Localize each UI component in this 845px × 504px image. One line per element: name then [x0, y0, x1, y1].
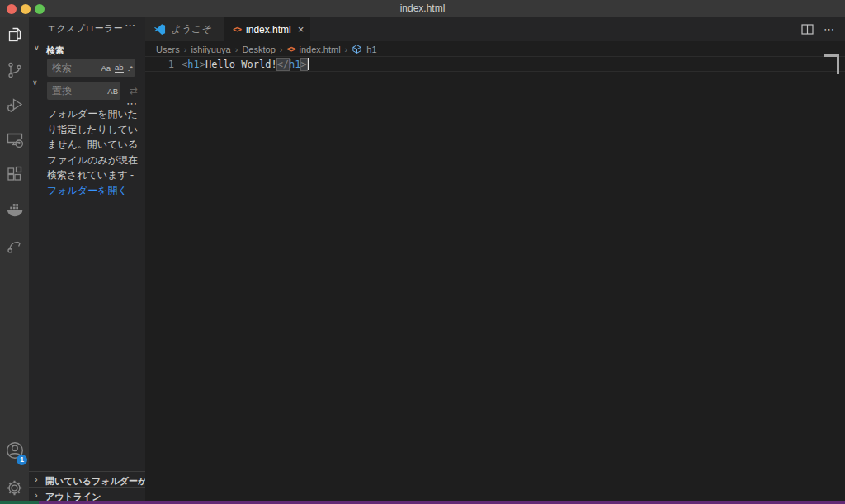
extensions-icon: [5, 165, 25, 185]
breadcrumb: Users › ishiiyuuya › Desktop › <> index.…: [145, 41, 845, 57]
code-token-bracket-match: </: [276, 58, 290, 71]
breadcrumb-item[interactable]: index.html: [299, 45, 340, 54]
code-token: h1: [187, 59, 199, 70]
regex-icon[interactable]: .*: [128, 64, 133, 73]
search-message: フォルダーを開いたり指定したりしていません。開いているファイルのみが現在検索され…: [47, 106, 139, 198]
activity-explorer-button[interactable]: [0, 19, 29, 50]
symbol-cube-icon: [352, 44, 362, 54]
gear-icon: [4, 478, 25, 498]
code-token: Hello World!: [205, 59, 277, 70]
code-token: <: [182, 59, 187, 70]
activity-source-control-button[interactable]: [0, 54, 29, 86]
tab-label: ようこそ: [171, 22, 211, 36]
docker-icon: [5, 200, 25, 219]
editor-actions: ⋯: [801, 17, 845, 41]
tab-label: index.html: [246, 24, 291, 35]
toggle-replace-button[interactable]: ∨: [32, 78, 38, 87]
search-section-label: 検索: [46, 45, 64, 57]
activity-docker-button[interactable]: [0, 194, 29, 225]
files-icon: [5, 25, 25, 45]
source-control-icon: [5, 60, 25, 80]
sidebar-title: エクスプローラー: [47, 22, 123, 35]
tab-bar: ようこそ <> index.html × ⋯: [145, 17, 845, 41]
match-case-icon[interactable]: Aa: [101, 64, 111, 73]
search-message-text: フォルダーを開いたり指定したりしていません。開いているファイルのみが現在検索され…: [47, 108, 138, 181]
text-cursor: [308, 58, 309, 70]
close-tab-icon[interactable]: ×: [298, 23, 304, 35]
activity-accounts-button[interactable]: 1: [0, 435, 29, 466]
code-token-bracket-match: >: [300, 58, 308, 71]
breadcrumb-separator: ›: [345, 45, 348, 54]
editor-current-line[interactable]: 1 <h1>Hello World!</h1>: [145, 56, 845, 72]
activity-bar: 1: [0, 17, 29, 501]
tab-index-html[interactable]: <> index.html ×: [224, 17, 310, 41]
replace-input-box: AB: [47, 82, 120, 100]
share-arrow-icon: [5, 235, 25, 255]
open-folder-link[interactable]: フォルダーを開く: [47, 183, 139, 199]
code-token: h1: [289, 59, 300, 70]
editor-group: ようこそ <> index.html × ⋯ Users › ishiiyuuy…: [145, 17, 845, 501]
html-file-icon: <>: [233, 25, 241, 34]
replace-options: AB: [107, 82, 118, 100]
code-line: <h1>Hello World!</h1>: [182, 58, 309, 71]
vscode-logo-icon: [153, 23, 166, 35]
split-editor-icon[interactable]: [801, 24, 814, 35]
status-bar-remote-indicator[interactable]: [0, 501, 39, 504]
sidebar-search-view: エクスプローラー ⋯ ∨ 検索 Aa ab .* ∨ AB ⇄ ⋯ フォルダーを…: [29, 17, 145, 501]
chevron-right-icon: ›: [35, 490, 38, 500]
breadcrumb-separator: ›: [184, 45, 187, 54]
breadcrumb-separator: ›: [280, 45, 283, 54]
search-input-box: Aa ab .*: [47, 59, 135, 77]
sidebar-section-open-folder[interactable]: › 開いているフォルダーがあ...: [29, 471, 145, 487]
activity-run-debug-button[interactable]: [0, 89, 29, 120]
activity-settings-button[interactable]: [0, 472, 29, 503]
breadcrumb-item[interactable]: h1: [366, 45, 376, 54]
overview-ruler-cursor-mark: [824, 54, 839, 74]
activity-live-share-button[interactable]: [0, 229, 29, 261]
more-actions-icon[interactable]: ⋯: [824, 23, 835, 35]
line-number: 1: [145, 59, 174, 70]
search-section-header[interactable]: ∨ 検索: [29, 43, 145, 58]
sidebar-more-actions-button[interactable]: ⋯: [125, 19, 135, 31]
vscode-window: index.html: [0, 0, 845, 504]
activity-remote-explorer-button[interactable]: [0, 125, 29, 156]
search-options: Aa ab .*: [101, 59, 133, 77]
title-bar: index.html: [0, 0, 845, 17]
activity-extensions-button[interactable]: [0, 159, 29, 191]
account-badge: 1: [17, 455, 27, 465]
run-and-debug-icon: [5, 95, 25, 115]
tab-welcome[interactable]: ようこそ: [145, 17, 224, 41]
replace-all-icon[interactable]: ⇄: [126, 83, 141, 98]
code-token: >: [200, 59, 205, 70]
sidebar-section-outline[interactable]: › アウトライン: [29, 487, 145, 501]
breadcrumb-item[interactable]: ishiiyuuya: [191, 45, 230, 54]
remote-explorer-icon: [5, 130, 25, 150]
chevron-down-icon: ∨: [34, 44, 40, 52]
breadcrumb-separator: ›: [235, 45, 238, 54]
chevron-right-icon: ›: [35, 474, 38, 484]
preserve-case-icon[interactable]: AB: [107, 87, 118, 96]
breadcrumb-item[interactable]: Desktop: [242, 45, 275, 54]
status-bar: [0, 501, 845, 504]
window-title: index.html: [0, 2, 845, 14]
whole-word-icon[interactable]: ab: [115, 63, 124, 73]
html-file-icon: <>: [286, 45, 295, 54]
breadcrumb-item[interactable]: Users: [156, 45, 180, 54]
